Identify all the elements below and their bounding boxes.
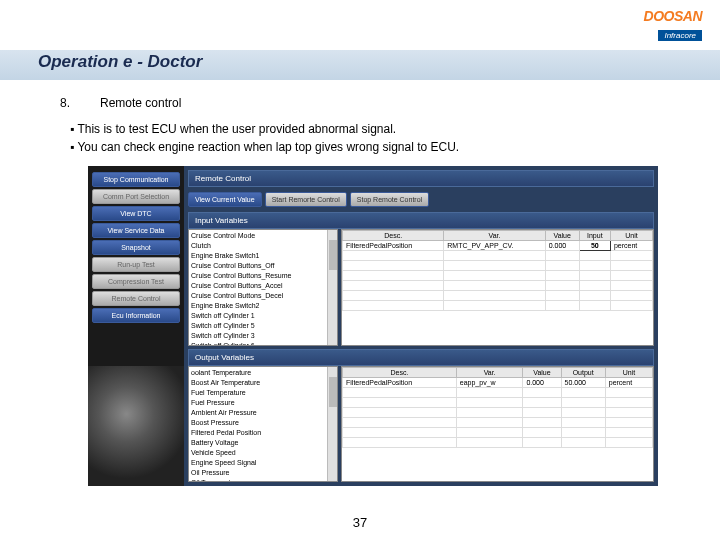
list-item[interactable]: Engine Brake Switch2 bbox=[191, 301, 335, 311]
input-vars-title: Input Variables bbox=[188, 212, 654, 229]
list-item[interactable]: Switch off Cylinder 6 bbox=[191, 341, 335, 346]
cell-output: 50.000 bbox=[561, 377, 605, 387]
col-header: Unit bbox=[610, 231, 652, 241]
sidebar-button[interactable]: Comm Port Selection bbox=[92, 189, 180, 204]
list-item[interactable]: Switch off Cylinder 5 bbox=[191, 321, 335, 331]
col-header: Input bbox=[579, 231, 610, 241]
bullet-list: This is to test ECU when the user provid… bbox=[70, 120, 459, 156]
list-item[interactable]: Cruise Control Buttons_Off bbox=[191, 261, 335, 271]
list-item[interactable]: Ambient Air Pressure bbox=[191, 408, 335, 418]
col-header: Value bbox=[523, 367, 561, 377]
action-button[interactable]: Stop Remote Control bbox=[350, 192, 429, 207]
brand-name: DOOSAN bbox=[644, 8, 702, 24]
list-item[interactable]: Engine Brake Switch1 bbox=[191, 251, 335, 261]
bullet-item: This is to test ECU when the user provid… bbox=[70, 120, 459, 138]
list-item[interactable]: Boost Air Temperature bbox=[191, 378, 335, 388]
col-header: Desc. bbox=[343, 367, 457, 377]
sidebar-button[interactable]: View Service Data bbox=[92, 223, 180, 238]
app-window: Stop CommunicationComm Port SelectionVie… bbox=[88, 166, 658, 486]
sidebar-button[interactable]: Run-up Test bbox=[92, 257, 180, 272]
col-header: Value bbox=[545, 231, 579, 241]
input-grid[interactable]: Desc.Var.ValueInputUnit FilteredPedalPos… bbox=[341, 229, 654, 346]
page-number: 37 bbox=[0, 515, 720, 530]
list-item[interactable]: Oil Pressure bbox=[191, 468, 335, 478]
sidebar-button[interactable]: Stop Communication bbox=[92, 172, 180, 187]
list-item[interactable]: oolant Temperature bbox=[191, 368, 335, 378]
sidebar-button[interactable]: Snapshot bbox=[92, 240, 180, 255]
list-item[interactable]: Clutch bbox=[191, 241, 335, 251]
scrollbar[interactable] bbox=[327, 367, 337, 482]
main-panel: Remote Control View Current ValueStart R… bbox=[184, 166, 658, 486]
action-button[interactable]: Start Remorte Control bbox=[265, 192, 347, 207]
sidebar-button[interactable]: View DTC bbox=[92, 206, 180, 221]
list-item[interactable]: Switch off Cylinder 1 bbox=[191, 311, 335, 321]
list-item[interactable]: Filtered Pedal Position bbox=[191, 428, 335, 438]
col-header: Var. bbox=[456, 367, 523, 377]
action-button[interactable]: View Current Value bbox=[188, 192, 262, 207]
input-listbox[interactable]: Cruise Control ModeClutchEngine Brake Sw… bbox=[188, 229, 338, 346]
list-item[interactable]: Fuel Temperature bbox=[191, 388, 335, 398]
section-number: 8. bbox=[60, 96, 70, 110]
page-title: Operation e - Doctor bbox=[38, 52, 202, 72]
list-item[interactable]: Cruise Control Buttons_Decel bbox=[191, 291, 335, 301]
list-item[interactable]: Switch off Cylinder 3 bbox=[191, 331, 335, 341]
cell-unit: percent bbox=[605, 377, 652, 387]
col-header: Unit bbox=[605, 367, 652, 377]
panel-title: Remote Control bbox=[188, 170, 654, 187]
brand-sub: Infracore bbox=[658, 30, 702, 41]
scrollbar[interactable] bbox=[327, 230, 337, 345]
list-item[interactable]: Cruise Control Buttons_Resume bbox=[191, 271, 335, 281]
output-listbox[interactable]: oolant TemperatureBoost Air TemperatureF… bbox=[188, 366, 338, 483]
list-item[interactable]: Battery Voltage bbox=[191, 438, 335, 448]
col-header: Output bbox=[561, 367, 605, 377]
cell-desc: FilteredPedalPosition bbox=[343, 241, 444, 251]
cell-value: 0.000 bbox=[545, 241, 579, 251]
cell-var: eapp_pv_w bbox=[456, 377, 523, 387]
output-vars-title: Output Variables bbox=[188, 349, 654, 366]
list-item[interactable]: Vehicle Speed bbox=[191, 448, 335, 458]
cell-value: 0.000 bbox=[523, 377, 561, 387]
cell-unit: percent bbox=[610, 241, 652, 251]
bullet-item: You can check engine reaction when lap t… bbox=[70, 138, 459, 156]
cell-input[interactable]: 50 bbox=[579, 241, 610, 251]
button-row: View Current ValueStart Remorte ControlS… bbox=[188, 190, 654, 209]
list-item[interactable]: Fuel Pressure bbox=[191, 398, 335, 408]
sidebar-button[interactable]: Remote Control bbox=[92, 291, 180, 306]
sidebar: Stop CommunicationComm Port SelectionVie… bbox=[88, 166, 184, 486]
list-item[interactable]: Oil Temperature bbox=[191, 478, 335, 483]
output-grid[interactable]: Desc.Var.ValueOutputUnit FilteredPedalPo… bbox=[341, 366, 654, 483]
engine-image bbox=[88, 366, 184, 486]
col-header: Var. bbox=[444, 231, 545, 241]
brand-logo: DOOSAN Infracore bbox=[644, 8, 702, 42]
list-item[interactable]: Cruise Control Buttons_Accel bbox=[191, 281, 335, 291]
sidebar-button[interactable]: Compression Test bbox=[92, 274, 180, 289]
cell-var: RMTC_PV_APP_CV. bbox=[444, 241, 545, 251]
cell-desc: FilteredPedalPosition bbox=[343, 377, 457, 387]
list-item[interactable]: Cruise Control Mode bbox=[191, 231, 335, 241]
list-item[interactable]: Boost Pressure bbox=[191, 418, 335, 428]
section-title: Remote control bbox=[100, 96, 181, 110]
sidebar-button[interactable]: Ecu Information bbox=[92, 308, 180, 323]
list-item[interactable]: Engine Speed Signal bbox=[191, 458, 335, 468]
col-header: Desc. bbox=[343, 231, 444, 241]
